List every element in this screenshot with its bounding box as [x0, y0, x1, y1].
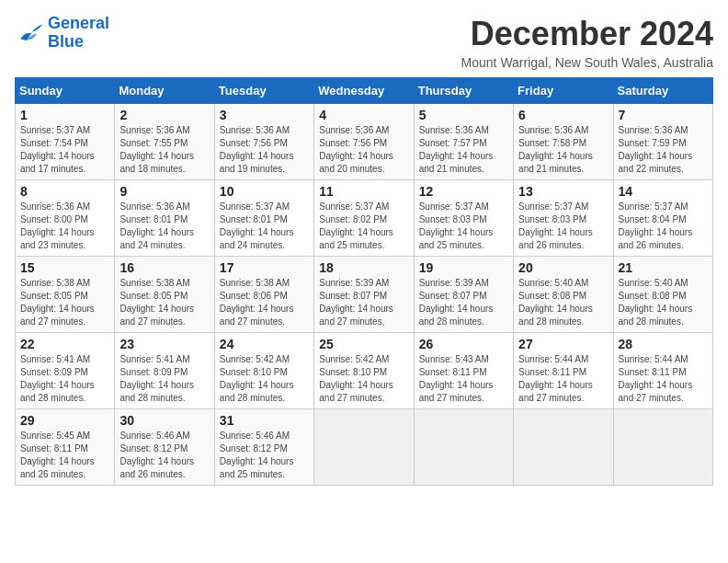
day-number: 24 [220, 337, 309, 351]
calendar-cell: 28Sunrise: 5:44 AM Sunset: 8:11 PM Dayli… [613, 333, 712, 409]
day-number: 19 [419, 260, 508, 275]
calendar-week-1: 1Sunrise: 5:37 AM Sunset: 7:54 PM Daylig… [16, 104, 713, 180]
day-info: Sunrise: 5:36 AM Sunset: 7:57 PM Dayligh… [419, 124, 508, 176]
logo-text-general: General [48, 15, 109, 33]
day-number: 25 [319, 337, 408, 351]
day-info: Sunrise: 5:46 AM Sunset: 8:12 PM Dayligh… [220, 430, 309, 481]
day-number: 10 [220, 184, 309, 199]
calendar-cell: 3Sunrise: 5:36 AM Sunset: 7:56 PM Daylig… [214, 104, 313, 180]
calendar-cell [613, 409, 712, 486]
col-monday: Monday [115, 78, 214, 104]
calendar-cell [314, 409, 414, 486]
calendar-cell: 14Sunrise: 5:37 AM Sunset: 8:04 PM Dayli… [613, 180, 712, 257]
day-info: Sunrise: 5:45 AM Sunset: 8:11 PM Dayligh… [20, 430, 109, 481]
calendar-cell: 20Sunrise: 5:40 AM Sunset: 8:08 PM Dayli… [514, 257, 613, 333]
day-info: Sunrise: 5:38 AM Sunset: 8:06 PM Dayligh… [220, 277, 309, 328]
day-info: Sunrise: 5:40 AM Sunset: 8:08 PM Dayligh… [619, 277, 708, 328]
col-thursday: Thursday [414, 78, 513, 104]
page-header: General Blue December 2024 Mount Warriga… [15, 15, 713, 70]
calendar-cell: 11Sunrise: 5:37 AM Sunset: 8:02 PM Dayli… [314, 180, 414, 257]
calendar-cell: 26Sunrise: 5:43 AM Sunset: 8:11 PM Dayli… [414, 333, 513, 409]
day-number: 31 [220, 413, 309, 428]
calendar-cell: 7Sunrise: 5:36 AM Sunset: 7:59 PM Daylig… [613, 104, 712, 180]
day-number: 29 [20, 413, 109, 428]
calendar-cell: 22Sunrise: 5:41 AM Sunset: 8:09 PM Dayli… [16, 333, 115, 409]
calendar-cell: 15Sunrise: 5:38 AM Sunset: 8:05 PM Dayli… [16, 257, 115, 333]
day-number: 17 [220, 260, 309, 275]
calendar-cell: 25Sunrise: 5:42 AM Sunset: 8:10 PM Dayli… [314, 333, 414, 409]
day-info: Sunrise: 5:43 AM Sunset: 8:11 PM Dayligh… [419, 353, 508, 405]
col-friday: Friday [514, 78, 613, 104]
calendar-cell: 8Sunrise: 5:36 AM Sunset: 8:00 PM Daylig… [16, 180, 115, 257]
day-number: 13 [518, 184, 608, 199]
calendar-cell: 12Sunrise: 5:37 AM Sunset: 8:03 PM Dayli… [414, 180, 513, 257]
day-number: 30 [119, 413, 209, 428]
calendar-week-2: 8Sunrise: 5:36 AM Sunset: 8:00 PM Daylig… [16, 180, 713, 257]
day-number: 3 [220, 108, 309, 122]
day-info: Sunrise: 5:36 AM Sunset: 7:56 PM Dayligh… [220, 124, 309, 176]
calendar-week-3: 15Sunrise: 5:38 AM Sunset: 8:05 PM Dayli… [16, 257, 713, 333]
calendar-cell: 23Sunrise: 5:41 AM Sunset: 8:09 PM Dayli… [115, 333, 214, 409]
day-info: Sunrise: 5:37 AM Sunset: 8:02 PM Dayligh… [319, 201, 408, 252]
day-info: Sunrise: 5:36 AM Sunset: 7:59 PM Dayligh… [619, 124, 708, 176]
day-number: 21 [619, 260, 708, 275]
day-info: Sunrise: 5:42 AM Sunset: 8:10 PM Dayligh… [319, 353, 408, 405]
calendar-cell: 9Sunrise: 5:36 AM Sunset: 8:01 PM Daylig… [115, 180, 214, 257]
day-number: 8 [20, 184, 109, 199]
day-number: 28 [619, 337, 708, 351]
day-info: Sunrise: 5:42 AM Sunset: 8:10 PM Dayligh… [220, 353, 309, 405]
calendar-cell: 4Sunrise: 5:36 AM Sunset: 7:56 PM Daylig… [314, 104, 414, 180]
calendar-week-5: 29Sunrise: 5:45 AM Sunset: 8:11 PM Dayli… [16, 409, 713, 486]
col-wednesday: Wednesday [314, 78, 414, 104]
day-info: Sunrise: 5:37 AM Sunset: 7:54 PM Dayligh… [20, 124, 109, 176]
calendar-title: December 2024 [461, 15, 713, 53]
day-info: Sunrise: 5:41 AM Sunset: 8:09 PM Dayligh… [119, 353, 209, 405]
day-number: 20 [518, 260, 608, 275]
calendar-cell [514, 409, 613, 486]
day-number: 2 [119, 108, 209, 122]
day-info: Sunrise: 5:40 AM Sunset: 8:08 PM Dayligh… [518, 277, 608, 328]
calendar-cell: 19Sunrise: 5:39 AM Sunset: 8:07 PM Dayli… [414, 257, 513, 333]
day-info: Sunrise: 5:37 AM Sunset: 8:03 PM Dayligh… [419, 201, 508, 252]
day-number: 27 [518, 337, 608, 351]
calendar-cell: 21Sunrise: 5:40 AM Sunset: 8:08 PM Dayli… [613, 257, 712, 333]
logo-icon [15, 18, 44, 48]
col-tuesday: Tuesday [214, 78, 313, 104]
day-number: 4 [319, 108, 408, 122]
calendar-cell: 6Sunrise: 5:36 AM Sunset: 7:58 PM Daylig… [514, 104, 613, 180]
calendar-cell: 31Sunrise: 5:46 AM Sunset: 8:12 PM Dayli… [214, 409, 313, 486]
day-info: Sunrise: 5:36 AM Sunset: 8:01 PM Dayligh… [119, 201, 209, 252]
day-number: 1 [20, 108, 109, 122]
day-number: 9 [119, 184, 209, 199]
calendar-cell: 29Sunrise: 5:45 AM Sunset: 8:11 PM Dayli… [16, 409, 115, 486]
day-info: Sunrise: 5:36 AM Sunset: 7:56 PM Dayligh… [319, 124, 408, 176]
calendar-cell: 30Sunrise: 5:46 AM Sunset: 8:12 PM Dayli… [115, 409, 214, 486]
calendar-cell: 16Sunrise: 5:38 AM Sunset: 8:05 PM Dayli… [115, 257, 214, 333]
day-info: Sunrise: 5:39 AM Sunset: 8:07 PM Dayligh… [419, 277, 508, 328]
day-number: 18 [319, 260, 408, 275]
calendar-cell: 27Sunrise: 5:44 AM Sunset: 8:11 PM Dayli… [514, 333, 613, 409]
day-info: Sunrise: 5:44 AM Sunset: 8:11 PM Dayligh… [518, 353, 608, 405]
day-info: Sunrise: 5:38 AM Sunset: 8:05 PM Dayligh… [20, 277, 109, 328]
day-info: Sunrise: 5:44 AM Sunset: 8:11 PM Dayligh… [619, 353, 708, 405]
calendar-cell: 5Sunrise: 5:36 AM Sunset: 7:57 PM Daylig… [414, 104, 513, 180]
day-number: 7 [619, 108, 708, 122]
day-number: 15 [20, 260, 109, 275]
day-number: 11 [319, 184, 408, 199]
col-sunday: Sunday [16, 78, 115, 104]
day-number: 22 [20, 337, 109, 351]
calendar-cell: 13Sunrise: 5:37 AM Sunset: 8:03 PM Dayli… [514, 180, 613, 257]
day-info: Sunrise: 5:46 AM Sunset: 8:12 PM Dayligh… [119, 430, 209, 481]
day-number: 26 [419, 337, 508, 351]
header-row: Sunday Monday Tuesday Wednesday Thursday… [16, 78, 713, 104]
day-number: 6 [518, 108, 608, 122]
day-number: 5 [419, 108, 508, 122]
day-info: Sunrise: 5:36 AM Sunset: 8:00 PM Dayligh… [20, 201, 109, 252]
calendar-cell: 10Sunrise: 5:37 AM Sunset: 8:01 PM Dayli… [214, 180, 313, 257]
calendar-table: Sunday Monday Tuesday Wednesday Thursday… [15, 77, 713, 486]
calendar-cell: 2Sunrise: 5:36 AM Sunset: 7:55 PM Daylig… [115, 104, 214, 180]
day-info: Sunrise: 5:36 AM Sunset: 7:55 PM Dayligh… [119, 124, 209, 176]
calendar-subtitle: Mount Warrigal, New South Wales, Austral… [461, 55, 713, 70]
day-info: Sunrise: 5:37 AM Sunset: 8:01 PM Dayligh… [220, 201, 309, 252]
calendar-cell: 24Sunrise: 5:42 AM Sunset: 8:10 PM Dayli… [214, 333, 313, 409]
